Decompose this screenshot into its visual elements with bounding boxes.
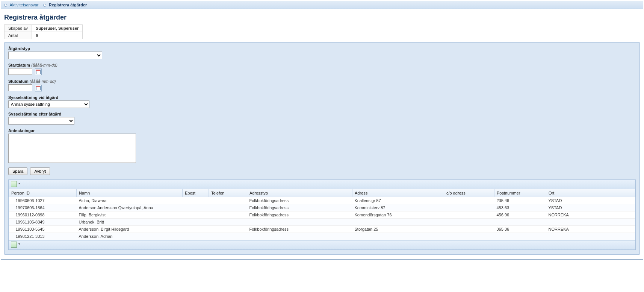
table-row[interactable]: 19960606-1027Aicha, DiawaraFolkbokföring… <box>9 197 635 204</box>
end-date-label: Slutdatum (åååå-mm-dd) <box>8 79 636 84</box>
cell: 235 46 <box>494 197 546 204</box>
breadcrumb-bullet-icon <box>43 4 46 7</box>
cell: 365 36 <box>494 226 546 233</box>
cell: 456 96 <box>494 211 546 219</box>
cell <box>444 219 494 226</box>
cell: Urbanek, Britt <box>77 219 183 226</box>
form-panel: Åtgärdstyp Startdatum (åååå-mm-dd) Slutd… <box>4 42 640 255</box>
cell <box>546 219 635 226</box>
col-co-address[interactable]: c/o adress <box>444 189 494 197</box>
cell: Andersson, Adrian <box>77 233 183 240</box>
created-by-value: Superuser, Superuser <box>32 25 82 32</box>
occupation-during-select[interactable]: Annan sysselsättning <box>8 100 89 108</box>
notes-label: Anteckningar <box>8 128 636 133</box>
grid-footer <box>9 240 635 249</box>
table-row[interactable]: 19961105-8349Urbanek, Britt <box>9 219 635 226</box>
col-address[interactable]: Adress <box>352 189 444 197</box>
cell <box>209 219 247 226</box>
table-row[interactable]: 19970606-1564Anderson Andersson Qwertyui… <box>9 204 635 211</box>
cell: Andersson, Birgit Hildegard <box>77 226 183 233</box>
breadcrumb-parent[interactable]: Aktivitetsansvar <box>9 3 38 7</box>
cell: 453 63 <box>494 204 546 211</box>
cell: Folkbokföringsadress <box>247 197 352 204</box>
export-icon[interactable] <box>11 242 17 248</box>
col-zip[interactable]: Postnummer <box>494 189 546 197</box>
cell: 19961103-5545 <box>9 226 77 233</box>
action-type-label: Åtgärdstyp <box>8 46 636 51</box>
cell <box>444 226 494 233</box>
occupation-after-label: Sysselsättning efter åtgärd <box>8 112 636 116</box>
calendar-icon[interactable] <box>35 85 42 91</box>
cell: NORREKA <box>546 226 635 233</box>
cell: 19960606-1027 <box>9 197 77 204</box>
cell: Folkbokföringsadress <box>247 204 352 211</box>
cell <box>209 197 247 204</box>
cell <box>209 233 247 240</box>
cell: Filip, Bergkvist <box>77 211 183 219</box>
cell: YSTAD <box>546 197 635 204</box>
cell <box>183 204 209 211</box>
cell <box>546 233 635 240</box>
count-label: Antal <box>5 32 32 39</box>
created-by-label: Skapad av <box>5 25 32 32</box>
cell: 19961105-8349 <box>9 219 77 226</box>
cell: Knallens gr 57 <box>352 197 444 204</box>
cell <box>444 233 494 240</box>
start-date-input[interactable] <box>8 68 32 75</box>
cell <box>183 219 209 226</box>
breadcrumb: Aktivitetsansvar Registrera åtgärder <box>1 1 643 9</box>
cell <box>247 219 352 226</box>
cell: 19960112-0398 <box>9 211 77 219</box>
notes-textarea[interactable] <box>8 134 136 163</box>
cell <box>209 204 247 211</box>
breadcrumb-current: Registrera åtgärder <box>49 3 87 7</box>
cell <box>444 211 494 219</box>
end-date-input[interactable] <box>8 84 32 91</box>
meta-table: Skapad av Superuser, Superuser Antal 6 <box>4 24 83 39</box>
col-email[interactable]: Epost <box>183 189 209 197</box>
start-date-label: Startdatum (åååå-mm-dd) <box>8 63 636 67</box>
cell: 19970606-1564 <box>9 204 77 211</box>
cell: YSTAD <box>546 204 635 211</box>
cell <box>183 233 209 240</box>
cell <box>183 226 209 233</box>
table-row[interactable]: 19981221-3313Andersson, Adrian <box>9 233 635 240</box>
table-row[interactable]: 19961103-5545Andersson, Birgit Hildegard… <box>9 226 635 233</box>
cell <box>209 211 247 219</box>
grid-header-row: Person ID Namn Epost Telefon Adresstyp A… <box>9 189 635 197</box>
col-address-type[interactable]: Adresstyp <box>247 189 352 197</box>
cell: Aicha, Diawara <box>77 197 183 204</box>
cell <box>183 197 209 204</box>
cell <box>209 226 247 233</box>
calendar-icon[interactable] <box>35 68 42 75</box>
occupation-during-label: Sysselsättning vid åtgärd <box>8 95 636 100</box>
count-value: 6 <box>32 32 82 39</box>
cell <box>183 211 209 219</box>
col-name[interactable]: Namn <box>77 189 183 197</box>
save-button[interactable]: Spara <box>8 167 27 175</box>
table-row[interactable]: 19960112-0398Filip, BergkvistFolkbokföri… <box>9 211 635 219</box>
cell: Anderson Andersson Qwertyuiopå, Anna <box>77 204 183 211</box>
cell <box>444 204 494 211</box>
cell <box>494 219 546 226</box>
cell: Folkbokföringsadress <box>247 226 352 233</box>
cell: Folkbokföringsadress <box>247 211 352 219</box>
cell: 19981221-3313 <box>9 233 77 240</box>
cancel-button[interactable]: Avbryt <box>30 167 50 175</box>
col-city[interactable]: Ort <box>546 189 635 197</box>
cell <box>352 219 444 226</box>
cell <box>247 233 352 240</box>
export-icon[interactable] <box>11 181 17 187</box>
cell: Komministerv 87 <box>352 204 444 211</box>
col-person-id[interactable]: Person ID <box>9 189 77 197</box>
results-grid: Person ID Namn Epost Telefon Adresstyp A… <box>8 179 636 250</box>
breadcrumb-bullet-icon <box>4 4 7 7</box>
cell <box>352 233 444 240</box>
occupation-after-select[interactable] <box>8 117 74 125</box>
grid-toolbar <box>9 180 635 189</box>
cell: NORREKA <box>546 211 635 219</box>
col-phone[interactable]: Telefon <box>209 189 247 197</box>
cell <box>444 197 494 204</box>
cell: Komendörsgatan 76 <box>352 211 444 219</box>
action-type-select[interactable] <box>8 52 102 59</box>
